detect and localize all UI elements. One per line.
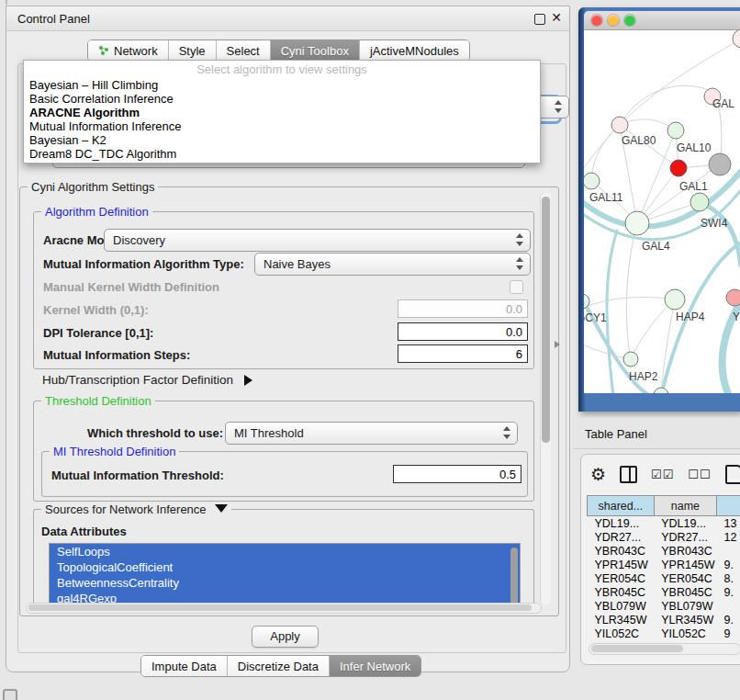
screen-edge-artifact — [6, 0, 7, 5]
node-hap2[interactable] — [623, 352, 638, 367]
network-canvas[interactable]: GAL GAL80 GAL10 GAL1 SWI4 GAL11 GAL4 GCY… — [584, 30, 740, 393]
list-item-topologicalcoefficient[interactable]: TopologicalCoefficient — [50, 559, 520, 575]
list-vscrollbar[interactable] — [510, 548, 518, 604]
mi-threshold-input[interactable] — [393, 465, 521, 483]
dpi-tolerance-label: DPI Tolerance [0,1]: — [43, 326, 153, 340]
network-view-window[interactable]: GAL GAL80 GAL10 GAL1 SWI4 GAL11 GAL4 GCY… — [578, 7, 740, 412]
table-row[interactable]: YIL052CYIL052C9 — [588, 627, 740, 640]
new-table-icon[interactable] — [725, 465, 740, 484]
mi-type-value: Naive Bayes — [263, 257, 331, 271]
checked-columns-icon[interactable]: ☑☑ — [651, 468, 674, 481]
settings-hscrollbar[interactable] — [26, 603, 542, 614]
close-icon[interactable]: ✕ — [551, 10, 562, 25]
aracne-mode-combo[interactable]: Discovery — [104, 229, 531, 252]
tab-network-label: Network — [114, 44, 158, 58]
node-hap4[interactable] — [665, 289, 685, 310]
dropdown-item-bayesian-hill-climbing[interactable]: Bayesian – Hill Climbing — [24, 78, 540, 92]
column-header-shared[interactable]: shared... — [588, 496, 655, 516]
table-row[interactable]: YPR145WYPR145W9. — [588, 558, 740, 571]
mi-type-combo[interactable]: Naive Bayes — [254, 253, 531, 276]
dropdown-item-mutual-information[interactable]: Mutual Information Inference — [24, 119, 540, 133]
cyni-algorithm-settings-group: Cyni Algorithm Settings Algorithm Defini… — [19, 186, 559, 616]
dropdown-item-bayesian-k2[interactable]: Bayesian – K2 — [24, 133, 540, 147]
algorithm-definition-title: Algorithm Definition — [41, 205, 152, 219]
node-label: GAL — [712, 97, 734, 110]
node-label: GCY1 — [584, 311, 607, 324]
aracne-mode-value: Discovery — [113, 233, 165, 247]
mi-steps-label: Mutual Information Steps: — [43, 348, 190, 362]
table-row[interactable]: YBL079WYBL079W — [588, 599, 740, 613]
algorithm-dropdown-list: Select algorithm to view settings Bayesi… — [23, 60, 541, 164]
dropdown-item-aracne[interactable]: ARACNE Algorithm — [24, 106, 540, 119]
kernel-width-input[interactable] — [398, 299, 528, 318]
tab-infer-network[interactable]: Infer Network — [329, 656, 420, 676]
cyni-algorithm-settings-title: Cyni Algorithm Settings — [28, 180, 158, 194]
mi-steps-input[interactable] — [398, 344, 528, 363]
dropdown-item-basic-correlation[interactable]: Basic Correlation Inference — [24, 92, 540, 106]
collapse-down-icon[interactable] — [215, 504, 228, 513]
float-window-icon[interactable] — [534, 14, 545, 25]
table-row[interactable]: YDR27...YDR27...12 — [588, 530, 740, 544]
panel-resize-cursor — [555, 341, 560, 348]
list-item-betweennesscentrality[interactable]: BetweennessCentrality — [50, 575, 520, 591]
tab-jactivemnodules[interactable]: jActiveMNodules — [359, 40, 469, 61]
node-label: SWI4 — [701, 217, 728, 230]
gear-icon[interactable]: ⚙ — [590, 464, 606, 484]
hub-definition-expander[interactable]: Hub/Transcription Factor Definition — [42, 373, 252, 387]
node-swi4[interactable] — [690, 193, 709, 211]
close-traffic-button[interactable] — [591, 15, 602, 26]
tab-network[interactable]: Network — [88, 40, 168, 61]
tab-style[interactable]: Style — [168, 40, 216, 61]
tab-discretize-data[interactable]: Discretize Data — [227, 656, 329, 676]
network-window-titlebar[interactable] — [584, 11, 740, 30]
node-label: HAP4 — [676, 310, 705, 323]
cyni-mode-tabbar: Impute Data Discretize Data Infer Networ… — [140, 655, 421, 677]
node-gal80[interactable] — [611, 117, 628, 133]
stepper-icon — [502, 426, 510, 439]
table-toolbar: ⚙ ☑☑ ☐☐ — [590, 462, 740, 486]
table-row[interactable]: YER054CYER054C8. — [588, 571, 740, 585]
zoom-traffic-button[interactable] — [624, 15, 635, 26]
node-y-pink[interactable] — [726, 289, 740, 306]
minimize-traffic-button[interactable] — [608, 15, 619, 26]
column-header-partial[interactable] — [717, 496, 740, 516]
table-row[interactable]: YDL19...YDL19...13 — [588, 516, 740, 531]
table-panel-header: Table Panel — [574, 418, 740, 449]
sources-group: Sources for Network Inference Data Attri… — [33, 509, 534, 613]
minimized-panel-icon[interactable] — [3, 689, 17, 700]
node-gal11[interactable] — [584, 173, 600, 189]
tab-select[interactable]: Select — [216, 40, 270, 61]
table-hscrollbar[interactable] — [589, 643, 740, 655]
table-row[interactable]: YBR045CYBR045C9. — [588, 585, 740, 599]
node-label: GAL4 — [642, 240, 670, 253]
columns-icon[interactable] — [620, 466, 637, 483]
node-label: GAL1 — [679, 180, 708, 193]
node-gal10[interactable] — [667, 122, 684, 139]
settings-vscrollbar[interactable] — [540, 193, 551, 604]
node-gcy1[interactable] — [584, 294, 589, 309]
dropdown-item-dream8[interactable]: Dream8 DC_TDC Algorithm — [24, 147, 540, 161]
table-panel-title: Table Panel — [585, 427, 647, 441]
apply-button[interactable]: Apply — [252, 626, 319, 648]
column-header-name[interactable]: name — [654, 496, 716, 516]
network-tab-icon — [98, 45, 109, 56]
node-partial-top[interactable] — [733, 30, 740, 48]
node-gray[interactable] — [709, 153, 731, 175]
node-gal1-red[interactable] — [670, 160, 687, 176]
dpi-tolerance-input[interactable] — [398, 322, 528, 341]
dropdown-placeholder: Select algorithm to view settings — [24, 61, 540, 78]
node-label: HAP2 — [629, 370, 658, 383]
data-attributes-list: SelfLoops TopologicalCoefficient Between… — [49, 543, 521, 611]
which-threshold-combo[interactable]: MI Threshold — [225, 422, 518, 445]
mi-threshold-group: MI Threshold Definition Mutual Informati… — [41, 451, 528, 497]
table-row[interactable]: YBR043CYBR043C — [588, 544, 740, 558]
list-item-selfloops[interactable]: SelfLoops — [50, 544, 520, 559]
table-row[interactable]: YLR345WYLR345W9. — [588, 613, 740, 627]
node-partial-bottom[interactable] — [654, 388, 668, 393]
manual-kernel-checkbox[interactable] — [510, 280, 523, 294]
node-gal4[interactable] — [625, 211, 649, 235]
tab-impute-data[interactable]: Impute Data — [141, 656, 227, 676]
unchecked-columns-icon[interactable]: ☐☐ — [688, 468, 711, 481]
tab-cyni-toolbox[interactable]: Cyni Toolbox — [270, 40, 359, 61]
control-panel-title: Control Panel — [17, 12, 90, 26]
